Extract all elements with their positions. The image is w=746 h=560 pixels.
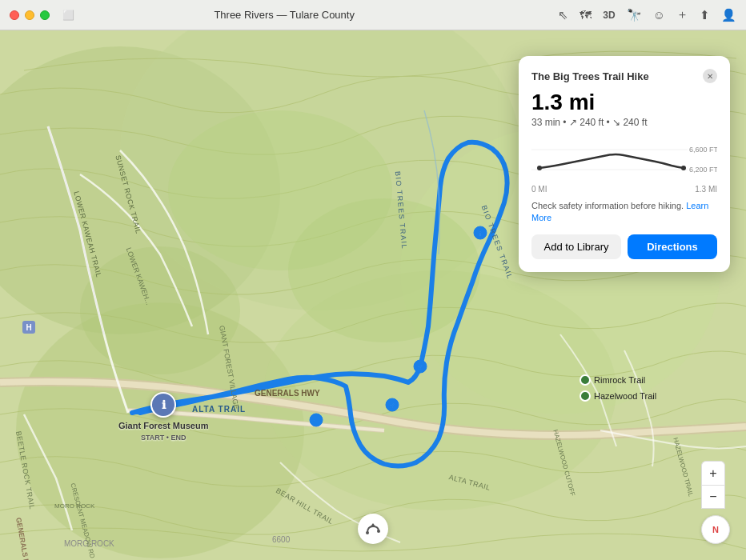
minimize-button[interactable] bbox=[25, 10, 34, 20]
svg-rect-19 bbox=[531, 138, 717, 182]
svg-point-8 bbox=[80, 246, 240, 374]
svg-text:6,600 FT: 6,600 FT bbox=[689, 146, 717, 154]
svg-text:6600: 6600 bbox=[272, 535, 291, 544]
stats: 33 min • ↗ 240 ft • ↘ 240 ft bbox=[531, 117, 717, 128]
trail-card: The Big Trees Trail Hike ✕ 1.3 mi 33 min… bbox=[519, 56, 730, 272]
zoom-in-button[interactable]: + bbox=[701, 461, 725, 485]
giant-forest-museum-poi[interactable]: ℹ Giant Forest Museum START • END bbox=[118, 392, 208, 443]
svg-point-26 bbox=[366, 531, 369, 534]
rimrock-trail-name: Rimrock Trail bbox=[594, 375, 645, 385]
safety-text: Check safety information before hiking. bbox=[531, 201, 684, 210]
route-icon[interactable] bbox=[358, 514, 388, 544]
map-container[interactable]: ↙ ↑ ↙ ← 6600 MORO ROCK BIO TREES TRAIL B… bbox=[0, 30, 746, 560]
distance: 1.3 mi bbox=[531, 91, 717, 114]
route-svg bbox=[364, 520, 382, 538]
svg-point-23 bbox=[681, 166, 686, 170]
svg-text:6,200 FT: 6,200 FT bbox=[689, 166, 717, 174]
trail-dot-2 bbox=[580, 390, 591, 402]
add-to-library-button[interactable]: Add to Library bbox=[531, 234, 621, 259]
hospital-marker: H bbox=[22, 321, 35, 334]
hazelwood-trail-marker: Hazelwood Trail bbox=[580, 390, 656, 402]
map-controls: + − N bbox=[701, 461, 730, 544]
window-document-icon: ⬜ bbox=[62, 10, 74, 21]
svg-point-22 bbox=[537, 166, 542, 170]
face-icon[interactable]: ☺ bbox=[653, 8, 665, 22]
trail-dot bbox=[580, 374, 591, 386]
traffic-lights bbox=[10, 10, 50, 20]
svg-text:↑: ↑ bbox=[479, 229, 483, 238]
title-bar: ⬜ Three Rivers — Tulare County ⇖ 🗺 3D 🔭 … bbox=[0, 0, 746, 30]
poi-icon: ℹ bbox=[150, 392, 176, 418]
poi-name-text: Giant Forest Museum bbox=[118, 421, 208, 430]
mile-end: 1.3 MI bbox=[695, 185, 717, 194]
chart-miles: 0 MI 1.3 MI bbox=[531, 185, 717, 194]
threed-icon[interactable]: 3D bbox=[603, 10, 615, 21]
svg-text:↙: ↙ bbox=[417, 362, 423, 371]
add-icon[interactable]: ＋ bbox=[676, 7, 688, 22]
svg-text:MORO ROCK: MORO ROCK bbox=[64, 539, 114, 548]
toolbar: ⇖ 🗺 3D 🔭 ☺ ＋ ⬆ 👤 bbox=[558, 7, 736, 22]
mile-start: 0 MI bbox=[531, 185, 547, 194]
close-button[interactable] bbox=[10, 10, 19, 20]
poi-sublabel: START • END bbox=[141, 434, 186, 442]
svg-text:↙: ↙ bbox=[389, 401, 395, 410]
elevation-svg: 6,600 FT 6,200 FT bbox=[531, 138, 717, 182]
card-title: The Big Trees Trail Hike bbox=[531, 70, 649, 82]
compass[interactable]: N bbox=[701, 515, 730, 544]
rimrock-trail-marker: Rimrock Trail bbox=[580, 374, 645, 386]
card-header: The Big Trees Trail Hike ✕ bbox=[531, 69, 717, 83]
svg-point-27 bbox=[377, 530, 380, 533]
window-title: Three Rivers — Tulare County bbox=[81, 9, 487, 21]
elevation-chart: 6,600 FT 6,200 FT bbox=[531, 138, 717, 182]
hazelwood-trail-name: Hazelwood Trail bbox=[594, 391, 656, 401]
poi-name: Giant Forest Museum START • END bbox=[118, 420, 208, 443]
share-icon[interactable]: ⬆ bbox=[700, 8, 710, 22]
fullscreen-button[interactable] bbox=[40, 10, 50, 20]
zoom-out-button[interactable]: − bbox=[701, 485, 725, 509]
close-card-button[interactable]: ✕ bbox=[703, 69, 717, 83]
directions-button[interactable]: Directions bbox=[628, 234, 717, 259]
svg-point-7 bbox=[288, 198, 480, 342]
map-icon[interactable]: 🗺 bbox=[580, 8, 592, 22]
safety-note: Check safety information before hiking. … bbox=[531, 200, 717, 225]
account-icon[interactable]: 👤 bbox=[721, 8, 736, 22]
binoculars-icon[interactable]: 🔭 bbox=[627, 8, 642, 22]
compass-label: N bbox=[712, 525, 719, 534]
cursor-icon[interactable]: ⇖ bbox=[558, 8, 568, 22]
card-buttons: Add to Library Directions bbox=[531, 234, 717, 259]
svg-text:←: ← bbox=[312, 416, 320, 425]
